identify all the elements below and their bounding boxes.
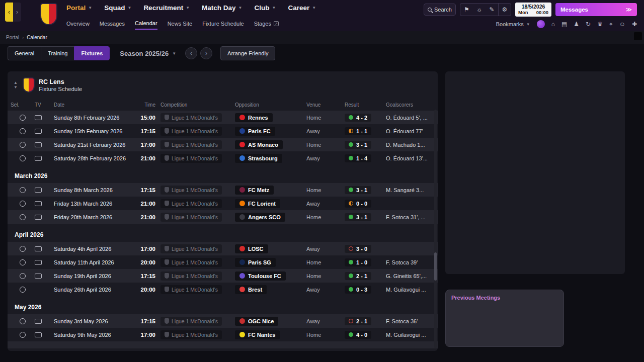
sub-nav-item[interactable]: Calendar: [135, 20, 157, 30]
opposition-team[interactable]: LOSC: [235, 244, 268, 253]
result-chip[interactable]: 0 - 3: [345, 286, 371, 294]
game-date-widget[interactable]: 18/5/2026 Mon 00:00: [515, 3, 551, 17]
scouting-icon[interactable]: ⌖: [609, 20, 613, 28]
opposition-team[interactable]: Brest: [235, 285, 267, 294]
fixture-row[interactable]: Friday 13th March 2026 21:00 Ligue 1 McD…: [8, 197, 438, 210]
tactics-icon[interactable]: ♟: [574, 20, 579, 28]
opposition-team[interactable]: Paris FC: [235, 127, 275, 136]
tab-training[interactable]: Training: [41, 46, 74, 60]
tab-fixtures[interactable]: Fixtures: [74, 46, 110, 60]
result-chip[interactable]: 2 - 1: [345, 317, 371, 325]
tab-general[interactable]: General: [8, 46, 41, 60]
forward-button[interactable]: ›: [13, 3, 21, 22]
column-header[interactable]: Venue: [306, 102, 345, 108]
select-radio[interactable]: [20, 201, 26, 207]
season-prev-button[interactable]: ‹: [185, 47, 197, 59]
main-nav-item[interactable]: Recruitment ▼: [143, 4, 190, 12]
fixture-row[interactable]: Sunday 8th February 2026 15:00 Ligue 1 M…: [8, 111, 438, 124]
opposition-team[interactable]: AS Monaco: [235, 140, 283, 149]
pencil-icon[interactable]: ✎: [486, 4, 498, 16]
back-button[interactable]: ‹: [5, 3, 13, 22]
opposition-team[interactable]: FC Metz: [235, 186, 274, 195]
profile-icon[interactable]: [537, 20, 545, 28]
chevron-up-icon[interactable]: ▲: [14, 81, 18, 85]
chevron-down-icon[interactable]: ▼: [14, 85, 18, 89]
select-radio[interactable]: [20, 246, 26, 252]
result-chip[interactable]: 2 - 1: [345, 272, 371, 280]
fixture-row[interactable]: Sunday 8th March 2026 17:15 Ligue 1 McDo…: [8, 183, 438, 197]
medical-icon[interactable]: ✚: [632, 20, 637, 28]
result-chip[interactable]: 4 - 0: [345, 331, 371, 339]
stadium-icon[interactable]: ⌂: [551, 20, 555, 28]
fixture-row[interactable]: Sunday 26th April 2026 20:00 Ligue 1 McD…: [8, 283, 438, 296]
arrange-friendly-button[interactable]: Arrange Friendly: [220, 46, 275, 60]
sub-nav-item[interactable]: Overview: [66, 20, 90, 30]
select-radio[interactable]: [20, 259, 26, 265]
fixture-row[interactable]: Saturday 21st February 2026 17:00 Ligue …: [8, 138, 438, 151]
result-chip[interactable]: 4 - 2: [345, 114, 371, 122]
fixture-row[interactable]: Saturday 4th April 2026 17:00 Ligue 1 Mc…: [8, 242, 438, 255]
select-radio[interactable]: [20, 142, 26, 148]
bulb-icon[interactable]: ☼: [473, 4, 486, 16]
opposition-team[interactable]: Rennes: [235, 113, 273, 122]
column-header[interactable]: Competition: [160, 102, 235, 108]
select-radio[interactable]: [20, 332, 26, 338]
competition-icon[interactable]: ♛: [597, 20, 603, 28]
fixture-row[interactable]: Saturday 9th May 2026 17:00 Ligue 1 McDo…: [8, 328, 438, 341]
bookmarks-dropdown[interactable]: Bookmarks ▼: [496, 21, 530, 27]
main-nav-item[interactable]: Squad ▼: [104, 4, 131, 12]
opposition-team[interactable]: FC Lorient: [235, 199, 280, 208]
squad-icon[interactable]: ☺: [619, 20, 625, 28]
opposition-team[interactable]: OGC Nice: [235, 317, 278, 326]
column-header[interactable]: Time: [134, 102, 160, 108]
column-header[interactable]: Date: [54, 102, 134, 108]
main-nav-item[interactable]: Club ▼: [255, 4, 276, 12]
sub-nav-item[interactable]: Stages ↗: [254, 20, 279, 30]
breadcrumb-root[interactable]: Portal: [6, 35, 19, 40]
fixture-row[interactable]: Saturday 28th February 2026 21:00 Ligue …: [8, 151, 438, 165]
result-chip[interactable]: 1 - 0: [345, 258, 371, 266]
opposition-team[interactable]: FC Nantes: [235, 330, 280, 339]
fixture-row[interactable]: Sunday 3rd May 2026 17:15 Ligue 1 McDona…: [8, 314, 438, 328]
season-selector[interactable]: Season 2025/26 ▼: [120, 50, 176, 57]
flag-icon[interactable]: ⚑: [460, 4, 473, 16]
season-next-button[interactable]: ›: [200, 47, 212, 59]
select-radio[interactable]: [20, 214, 26, 220]
result-chip[interactable]: 3 - 1: [345, 186, 371, 194]
main-nav-item[interactable]: Match Day ▼: [202, 4, 242, 12]
fixture-row[interactable]: Saturday 11th April 2026 20:00 Ligue 1 M…: [8, 255, 438, 269]
sub-nav-item[interactable]: Fixture Schedule: [202, 20, 244, 30]
opposition-team[interactable]: Toulouse FC: [235, 272, 286, 281]
sub-nav-item[interactable]: News Site: [168, 20, 193, 30]
column-header[interactable]: Opposition: [235, 102, 306, 108]
column-header[interactable]: Result: [345, 102, 386, 108]
fixture-row[interactable]: Sunday 15th February 2026 17:15 Ligue 1 …: [8, 124, 438, 138]
search-input[interactable]: Search: [424, 4, 456, 16]
inbox-icon[interactable]: ▤: [561, 20, 567, 28]
scrollbar-thumb[interactable]: [434, 252, 437, 281]
column-header[interactable]: TV: [35, 102, 54, 108]
select-radio[interactable]: [20, 115, 26, 121]
select-radio[interactable]: [20, 155, 26, 161]
messages-button[interactable]: Messages ≫: [555, 3, 637, 16]
column-header[interactable]: Goalscorers: [386, 102, 438, 108]
select-radio[interactable]: [20, 318, 26, 324]
sync-icon[interactable]: ↻: [586, 20, 591, 28]
settings-gear-icon[interactable]: ⚙: [498, 4, 511, 16]
opposition-team[interactable]: Angers SCO: [235, 213, 285, 222]
scrollbar-track[interactable]: [434, 110, 437, 348]
main-nav-item[interactable]: Portal ▼: [66, 4, 92, 12]
result-chip[interactable]: 3 - 1: [345, 141, 371, 149]
select-radio[interactable]: [20, 187, 26, 193]
sub-nav-item[interactable]: Messages: [100, 20, 125, 30]
opposition-team[interactable]: Strasbourg: [235, 154, 282, 163]
select-radio[interactable]: [20, 273, 26, 279]
result-chip[interactable]: 0 - 0: [345, 200, 371, 208]
column-header[interactable]: Sel.: [11, 102, 35, 108]
result-chip[interactable]: 1 - 4: [345, 154, 371, 162]
main-nav-item[interactable]: Career ▼: [288, 4, 316, 12]
select-radio[interactable]: [20, 128, 26, 134]
opposition-team[interactable]: Paris SG: [235, 258, 276, 267]
result-chip[interactable]: 3 - 1: [345, 213, 371, 221]
result-chip[interactable]: 3 - 0: [345, 245, 371, 253]
